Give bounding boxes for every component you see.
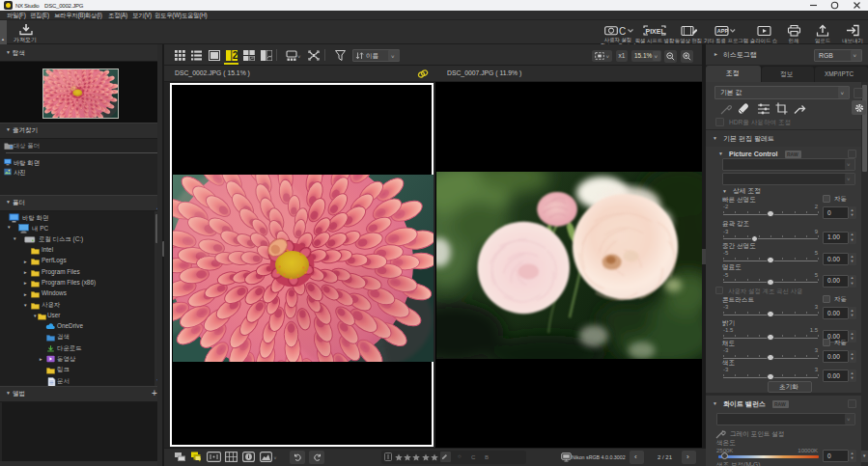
svg-text:C: C: [619, 26, 626, 36]
svg-text:PIXEL: PIXEL: [646, 28, 666, 35]
svg-text:2: 2: [232, 50, 237, 61]
svg-text:APP: APP: [717, 28, 729, 34]
